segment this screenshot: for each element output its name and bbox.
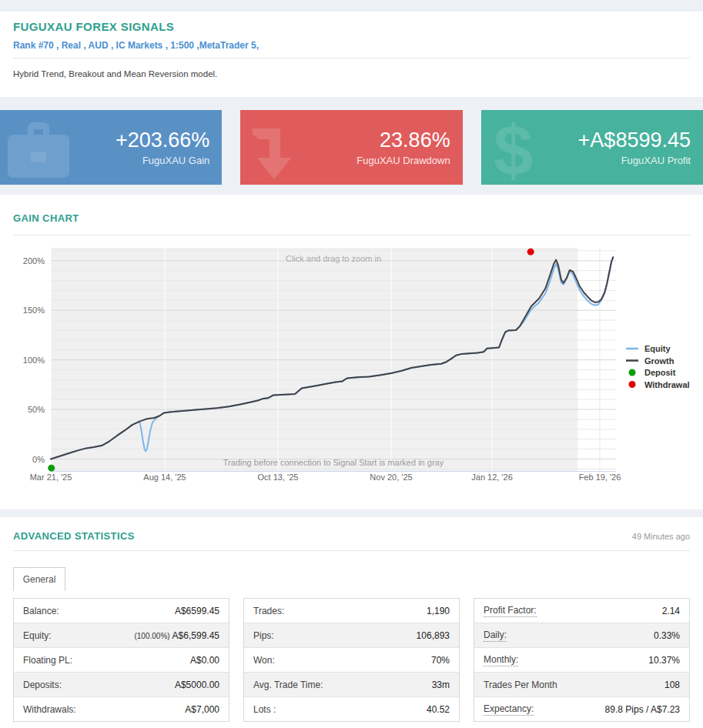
stat-card-profit: $+A$8599.45FuguXAU Profit	[481, 110, 703, 185]
stat-value: 33m	[432, 680, 450, 690]
legend-item-equity[interactable]: Equity	[626, 344, 671, 353]
header-divider	[13, 58, 690, 58]
stat-label: Balance:	[23, 606, 59, 616]
stat-label: Trades:	[253, 606, 284, 616]
stat-card-label: FuguXAU Profit	[578, 153, 691, 169]
gain-chart-svg[interactable]: Click and drag to zoom inTrading before …	[13, 243, 691, 488]
stat-label: Lots :	[253, 704, 276, 715]
statistics-tables: Balance:A$6599.45Equity:(100.00%)A$6,599…	[13, 598, 690, 722]
legend-label: Equity	[644, 344, 671, 353]
stat-value: 89.8 Pips / A$7.23	[605, 704, 680, 715]
stat-label: Monthly:	[484, 654, 518, 666]
signal-description: Hybrid Trend, Breakout and Mean Reversio…	[13, 69, 217, 78]
stat-table-3: Profit Factor:2.14Daily:0.33%Monthly:10.…	[474, 598, 690, 722]
stat-value: 40.52	[427, 704, 450, 715]
y-axis-label: 0%	[32, 455, 45, 464]
stat-row: Equity:(100.00%)A$6,599.45	[14, 623, 229, 648]
stat-row: Floating PL:A$0.00	[14, 648, 229, 673]
stat-label: Daily:	[484, 629, 507, 642]
stat-value: 10.37%	[648, 655, 680, 666]
stat-row: Monthly:10.37%	[474, 648, 689, 673]
stat-row: Withdrawals:A$7,000	[14, 697, 229, 721]
legend-item-growth[interactable]: Growth	[626, 356, 675, 366]
stat-card-label: FuguXAU Drawdown	[357, 153, 450, 169]
stat-label: Withdrawals:	[23, 704, 76, 715]
x-axis-label: Jan 12, '26	[471, 473, 512, 482]
statistics-divider	[13, 550, 690, 551]
stat-card-text: 23.86%FuguXAU Drawdown	[357, 129, 450, 169]
header-section: FUGUXAU FOREX SIGNALS Rank #70 , Real , …	[0, 12, 703, 97]
tab-general[interactable]: General	[13, 567, 65, 591]
stat-label: Equity:	[23, 630, 52, 641]
stat-row: Trades Per Month108	[474, 673, 689, 697]
stat-label: Trades Per Month	[484, 680, 557, 690]
gain-chart[interactable]: Click and drag to zoom inTrading before …	[13, 243, 691, 488]
stat-value: A$6599.45	[175, 606, 219, 616]
gain-chart-title: GAIN CHART	[13, 212, 79, 224]
advanced-statistics-section: ADVANCED STATISTICS 49 Minutes ago Gener…	[0, 517, 703, 728]
arrow-down-icon	[246, 115, 311, 182]
stat-row: Pips:106,893	[244, 623, 459, 648]
stat-row: Balance:A$6599.45	[14, 599, 229, 623]
x-axis-label: Aug 14, '25	[143, 473, 186, 482]
stat-value-percent: (100.00%)	[134, 632, 169, 640]
stat-row: Trades:1,190	[244, 599, 459, 623]
stat-row: Deposits:A$5000.00	[14, 673, 229, 697]
stat-card-text: +A$8599.45FuguXAU Profit	[578, 129, 691, 169]
deposit-marker	[48, 465, 55, 472]
zoom-hint: Click and drag to zoom in	[286, 254, 381, 263]
stat-value: A$5000.00	[175, 680, 219, 690]
stat-label: Floating PL:	[23, 655, 72, 666]
dollar-icon: $	[487, 115, 552, 182]
withdrawal-marker	[527, 249, 534, 255]
stat-table-2: Trades:1,190Pips:106,893Won:70%Avg. Trad…	[243, 598, 460, 722]
stat-row: Avg. Trade Time:33m	[244, 673, 459, 697]
x-axis-label: Oct 13, '25	[258, 473, 299, 482]
deposit-legend-swatch	[629, 369, 636, 376]
stat-value: 0.33%	[654, 630, 680, 641]
legend-item-withdrawal[interactable]: Withdrawal	[629, 380, 690, 389]
stat-card-text: +203.66%FuguXAU Gain	[115, 129, 209, 169]
stat-label: Profit Factor:	[484, 605, 537, 617]
pre-signal-region	[51, 248, 577, 471]
stat-label: Won:	[253, 655, 275, 666]
stat-table-1: Balance:A$6599.45Equity:(100.00%)A$6,599…	[13, 598, 229, 722]
stat-cards-row: +203.66%FuguXAU Gain23.86%FuguXAU Drawdo…	[0, 110, 703, 185]
legend-label: Withdrawal	[644, 380, 690, 389]
svg-text:$: $	[494, 115, 533, 185]
legend-item-deposit[interactable]: Deposit	[629, 368, 676, 377]
page-title: FUGUXAU FOREX SIGNALS	[13, 20, 174, 33]
x-axis-label: Mar 21, '25	[30, 473, 72, 482]
pre-signal-note: Trading before connection to Signal Star…	[223, 458, 444, 467]
y-axis-label: 100%	[23, 356, 45, 365]
y-axis-label: 200%	[23, 256, 45, 265]
stat-card-value: 23.86%	[357, 129, 450, 152]
stat-label: Deposits:	[23, 680, 62, 690]
stat-label: Avg. Trade Time:	[253, 680, 323, 690]
withdrawal-legend-swatch	[629, 381, 636, 388]
stat-label: Pips:	[253, 630, 274, 641]
stat-card-value: +A$8599.45	[578, 129, 691, 152]
signal-meta-line: Rank #70 , Real , AUD , IC Markets , 1:5…	[13, 40, 259, 51]
stat-card-gain: +203.66%FuguXAU Gain	[0, 110, 222, 185]
last-updated-label: 49 Minutes ago	[632, 532, 690, 541]
stat-row: Won:70%	[244, 648, 459, 673]
y-axis-label: 150%	[23, 306, 45, 315]
stat-label: Expectancy:	[484, 703, 534, 716]
legend-label: Deposit	[644, 368, 676, 377]
stat-row: Expectancy:89.8 Pips / A$7.23	[474, 697, 689, 721]
x-axis-label: Feb 19, '26	[579, 473, 621, 482]
x-axis-label: Nov 20, '25	[370, 473, 412, 482]
gain-chart-section: GAIN CHART Click and drag to zoom inTrad…	[0, 195, 703, 509]
stat-row: Daily:0.33%	[474, 623, 689, 648]
stat-value: (100.00%)A$6,599.45	[134, 630, 219, 641]
stat-value: 1,190	[427, 606, 450, 616]
stat-card-value: +203.66%	[115, 129, 209, 152]
stat-card-label: FuguXAU Gain	[115, 153, 209, 169]
signal-page: FUGUXAU FOREX SIGNALS Rank #70 , Real , …	[0, 0, 703, 728]
stat-value: A$0.00	[190, 655, 219, 666]
stat-value: 108	[665, 680, 680, 690]
stat-value: 106,893	[417, 630, 450, 641]
y-axis-label: 50%	[28, 405, 45, 414]
gain-chart-divider	[13, 235, 690, 235]
